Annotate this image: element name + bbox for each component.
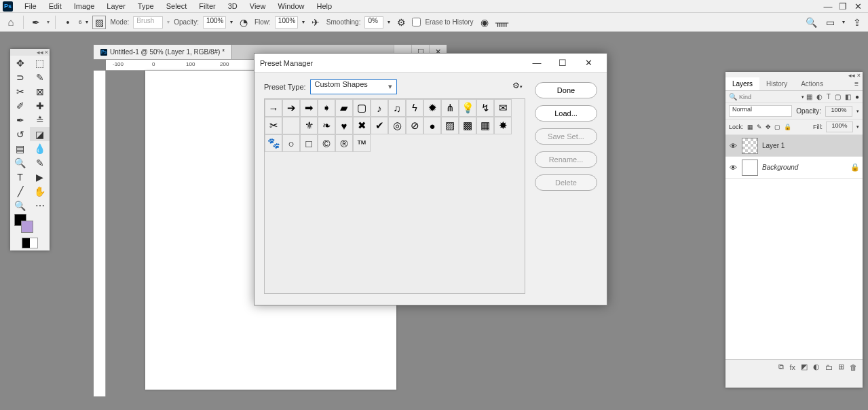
visibility-icon[interactable]: 👁 bbox=[728, 142, 738, 150]
trash-icon[interactable]: 🗑 bbox=[850, 363, 857, 371]
lock-transparency-icon[interactable]: ▦ bbox=[747, 124, 753, 130]
eraser-tool[interactable]: ◪ bbox=[30, 127, 50, 141]
shape-scissors[interactable]: ✂ bbox=[265, 117, 282, 134]
lock-all-icon[interactable]: 🔒 bbox=[784, 124, 791, 130]
panel-collapse-icon[interactable]: ◂◂ bbox=[848, 72, 855, 77]
rename-button[interactable]: Rename... bbox=[535, 151, 597, 168]
load-button[interactable]: Load... bbox=[535, 105, 597, 122]
visibility-icon[interactable]: 👁 bbox=[728, 164, 738, 172]
opacity-input[interactable]: 100% bbox=[203, 16, 226, 29]
move-tool[interactable]: ✥ bbox=[10, 56, 30, 70]
filter-smart-icon[interactable]: ◧ bbox=[845, 93, 851, 100]
close-panel-icon[interactable]: × bbox=[45, 49, 48, 56]
shape-lightning[interactable]: ϟ bbox=[406, 99, 423, 117]
shape-ribbon[interactable]: ▰ bbox=[335, 99, 353, 117]
home-icon[interactable]: ⌂ bbox=[4, 16, 18, 29]
symmetry-icon[interactable]: ᚅ bbox=[495, 16, 509, 29]
shape-puzzle[interactable]: ✖ bbox=[353, 117, 371, 134]
layer-thumbnail[interactable] bbox=[742, 138, 758, 154]
shape-ornament[interactable]: ❧ bbox=[318, 117, 335, 134]
layer-thumbnail[interactable] bbox=[742, 160, 758, 176]
blend-mode-select[interactable]: Normal bbox=[729, 105, 792, 117]
layer-name[interactable]: Background bbox=[762, 164, 798, 171]
mode-select[interactable]: Brush bbox=[133, 16, 163, 29]
workspace-icon[interactable]: ▭ bbox=[823, 16, 837, 29]
shape-check[interactable]: ✔ bbox=[371, 117, 388, 134]
tab-layers[interactable]: Layers bbox=[725, 77, 759, 90]
shape-speech[interactable]: ● bbox=[423, 117, 441, 134]
shape-envelope[interactable]: ✉ bbox=[494, 99, 512, 117]
shape-burst[interactable]: ✸ bbox=[494, 117, 512, 134]
brush-settings-icon[interactable]: ▨ bbox=[92, 16, 106, 29]
pressure-size-icon[interactable]: ◉ bbox=[478, 16, 491, 29]
type-tool[interactable]: T bbox=[10, 170, 30, 184]
menu-edit[interactable]: Edit bbox=[43, 2, 68, 10]
layer-item[interactable]: 👁 Background 🔒 bbox=[725, 157, 863, 179]
history-brush-tool[interactable]: ↺ bbox=[10, 127, 30, 141]
shape-paw[interactable]: 🐾 bbox=[265, 134, 282, 152]
new-layer-icon[interactable]: ⊞ bbox=[838, 362, 844, 371]
pen-tool[interactable]: ✎ bbox=[30, 155, 50, 170]
smoothing-input[interactable]: 0% bbox=[364, 16, 383, 29]
share-icon[interactable]: ⇪ bbox=[850, 16, 864, 29]
menu-select[interactable]: Select bbox=[160, 2, 193, 10]
menu-view[interactable]: View bbox=[244, 2, 272, 10]
color-swatches[interactable] bbox=[10, 212, 50, 236]
blur-tool[interactable]: 💧 bbox=[30, 141, 50, 155]
shape-circle[interactable]: ○ bbox=[282, 134, 300, 152]
dodge-tool[interactable]: 🔍 bbox=[10, 155, 30, 170]
tab-actions[interactable]: Actions bbox=[794, 77, 830, 90]
shape-frame[interactable]: ▢ bbox=[353, 99, 371, 117]
menu-window[interactable]: Window bbox=[271, 2, 310, 10]
panel-menu-icon[interactable]: ≡ bbox=[850, 77, 863, 90]
shape-bulb2[interactable]: ↯ bbox=[476, 99, 494, 117]
hand-tool[interactable]: ✋ bbox=[30, 184, 50, 198]
mask-icon[interactable]: ◩ bbox=[801, 362, 808, 371]
shape-target[interactable]: ◎ bbox=[388, 117, 406, 134]
shape-hatch[interactable]: ▨ bbox=[441, 117, 459, 134]
brush-tool[interactable]: ✒ bbox=[10, 113, 30, 127]
shape-square[interactable]: □ bbox=[300, 134, 318, 152]
dialog-minimize-button[interactable]: — bbox=[524, 54, 550, 72]
erase-history-checkbox[interactable] bbox=[412, 18, 421, 26]
shape-blank[interactable] bbox=[282, 117, 300, 134]
done-button[interactable]: Done bbox=[535, 82, 597, 98]
shape-copyright[interactable]: © bbox=[318, 134, 335, 152]
menu-file[interactable]: File bbox=[18, 2, 43, 10]
filter-type-icon[interactable]: T bbox=[827, 93, 831, 100]
marquee-tool[interactable]: ⬚ bbox=[30, 56, 50, 70]
collapse-icon[interactable]: ◂◂ bbox=[37, 49, 43, 56]
maximize-button[interactable]: ❐ bbox=[835, 1, 850, 12]
save-set-button[interactable]: Save Set... bbox=[535, 128, 597, 145]
more-tools[interactable]: ⋯ bbox=[30, 198, 50, 212]
search-icon[interactable]: 🔍 bbox=[804, 16, 818, 29]
shape-music-beam[interactable]: ♫ bbox=[388, 99, 406, 117]
fx-icon[interactable]: fx bbox=[789, 363, 795, 371]
shape-no-sign[interactable]: ⊘ bbox=[406, 117, 423, 134]
shape-tool[interactable]: ╱ bbox=[10, 184, 30, 198]
lasso-tool[interactable]: ⊃ bbox=[10, 70, 30, 84]
preset-type-select[interactable]: Custom Shapes bbox=[310, 79, 397, 94]
group-icon[interactable]: 🗀 bbox=[825, 363, 833, 371]
shape-grid[interactable]: ▦ bbox=[476, 117, 494, 134]
shape-music-note[interactable]: ♪ bbox=[371, 99, 388, 117]
layer-name[interactable]: Layer 1 bbox=[762, 142, 785, 149]
filter-shape-icon[interactable]: ▢ bbox=[835, 93, 841, 100]
document-tab[interactable]: Ps Untitled-1 @ 50% (Layer 1, RGB/8#) * bbox=[94, 45, 232, 59]
airbrush-icon[interactable]: ✈ bbox=[309, 16, 322, 29]
shape-arrow-block[interactable]: ➡ bbox=[300, 99, 318, 117]
dialog-maximize-button[interactable]: ☐ bbox=[550, 54, 575, 72]
lock-pixels-icon[interactable]: ✎ bbox=[757, 124, 762, 130]
shape-arrow-fat[interactable]: ➧ bbox=[318, 99, 335, 117]
flow-input[interactable]: 100% bbox=[275, 16, 298, 29]
tab-history[interactable]: History bbox=[759, 77, 794, 90]
shape-heart[interactable]: ♥ bbox=[335, 117, 353, 134]
minimize-button[interactable]: — bbox=[820, 1, 835, 12]
adjustment-icon[interactable]: ◐ bbox=[813, 362, 820, 371]
shape-registered[interactable]: ® bbox=[335, 134, 353, 152]
layer-opacity-input[interactable]: 100% bbox=[825, 106, 852, 117]
shape-arrow-thin[interactable]: → bbox=[265, 99, 282, 117]
zoom-tool[interactable]: 🔍 bbox=[10, 198, 30, 212]
shape-fleur[interactable]: ⚜ bbox=[300, 117, 318, 134]
layer-item[interactable]: 👁 Layer 1 bbox=[725, 135, 863, 157]
